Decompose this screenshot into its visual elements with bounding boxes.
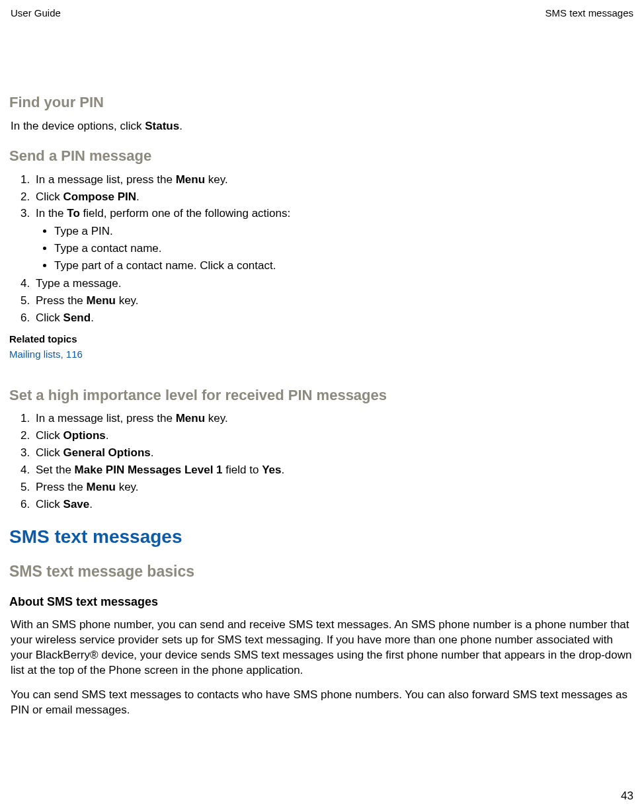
related-link-mailing-lists[interactable]: Mailing lists, 116	[9, 348, 83, 361]
heading-sms-basics: SMS text message basics	[9, 561, 635, 582]
text-fragment: Click	[36, 446, 63, 459]
list-item: Click Compose PIN.	[33, 190, 635, 205]
about-sms-para1: With an SMS phone number, you can send a…	[11, 618, 635, 678]
text-fragment: .	[89, 498, 93, 510]
text-fragment: .	[136, 190, 140, 203]
text-fragment: Click	[36, 311, 63, 324]
text-fragment: .	[106, 429, 109, 442]
list-item: Click Save.	[33, 497, 635, 512]
list-item: Type a contact name.	[54, 241, 635, 257]
list-item: In a message list, press the Menu key.	[33, 411, 635, 426]
header-right: SMS text messages	[545, 7, 633, 20]
text-fragment: Click	[36, 190, 63, 203]
bold-yes: Yes	[262, 464, 281, 476]
high-importance-steps: In a message list, press the Menu key. C…	[9, 411, 635, 512]
text-fragment: In the	[36, 207, 67, 220]
text-fragment: .	[151, 446, 154, 459]
heading-about-sms: About SMS text messages	[9, 594, 635, 610]
about-sms-para2: You can send SMS text messages to contac…	[11, 688, 635, 718]
page: User Guide SMS text messages Find your P…	[0, 0, 644, 812]
bold-menu: Menu	[87, 294, 116, 307]
bold-status: Status	[145, 120, 179, 132]
text-fragment: field, perform one of the following acti…	[80, 207, 290, 220]
list-item: Press the Menu key.	[33, 480, 635, 495]
bold-options: Options	[63, 429, 106, 442]
text-fragment: .	[179, 120, 182, 132]
text-fragment: key.	[205, 173, 228, 186]
text-fragment: In a message list, press the	[36, 412, 176, 425]
list-item: Type a PIN.	[54, 224, 635, 239]
text-fragment: Press the	[36, 481, 87, 493]
page-header: User Guide SMS text messages	[9, 7, 635, 20]
heading-high-importance: Set a high importance level for received…	[9, 386, 635, 405]
bold-make-pin-level1: Make PIN Messages Level 1	[75, 464, 223, 476]
text-fragment: .	[281, 464, 284, 476]
list-item: Click Send.	[33, 311, 635, 326]
list-item: Type a message.	[33, 276, 635, 292]
list-item: Type part of a contact name. Click a con…	[54, 259, 635, 274]
top-spacer	[9, 20, 635, 93]
list-item: Click Options.	[33, 428, 635, 444]
bold-menu: Menu	[176, 412, 205, 425]
text-fragment: key.	[116, 481, 139, 493]
header-left: User Guide	[11, 7, 61, 20]
list-item: In the To field, perform one of the foll…	[33, 206, 635, 274]
text-fragment: Click	[36, 498, 63, 510]
send-pin-steps: In a message list, press the Menu key. C…	[9, 173, 635, 326]
list-item: Click General Options.	[33, 446, 635, 461]
text-fragment: .	[91, 311, 94, 324]
list-item: Press the Menu key.	[33, 294, 635, 309]
find-pin-body: In the device options, click Status.	[11, 119, 635, 134]
heading-send-pin-message: Send a PIN message	[9, 146, 635, 166]
text-fragment: Press the	[36, 294, 87, 307]
to-field-options: Type a PIN. Type a contact name. Type pa…	[36, 224, 635, 274]
heading-find-your-pin: Find your PIN	[9, 93, 635, 112]
list-item: In a message list, press the Menu key.	[33, 173, 635, 188]
related-topics-heading: Related topics	[9, 333, 635, 346]
text-fragment: Click	[36, 429, 63, 442]
text-fragment: key.	[205, 412, 228, 425]
list-item: Set the Make PIN Messages Level 1 field …	[33, 463, 635, 478]
text-fragment: In the device options, click	[11, 120, 145, 132]
bold-send: Send	[63, 311, 91, 324]
heading-sms-text-messages: SMS text messages	[9, 524, 635, 549]
page-number: 43	[621, 789, 633, 804]
bold-save: Save	[63, 498, 90, 510]
text-fragment: field to	[223, 464, 262, 476]
bold-compose-pin: Compose PIN	[63, 190, 137, 203]
bold-to: To	[67, 207, 80, 220]
text-fragment: key.	[116, 294, 139, 307]
text-fragment: In a message list, press the	[36, 173, 176, 186]
bold-menu: Menu	[87, 481, 116, 493]
bold-menu: Menu	[176, 173, 205, 186]
bold-general-options: General Options	[63, 446, 151, 459]
text-fragment: Set the	[36, 464, 75, 476]
